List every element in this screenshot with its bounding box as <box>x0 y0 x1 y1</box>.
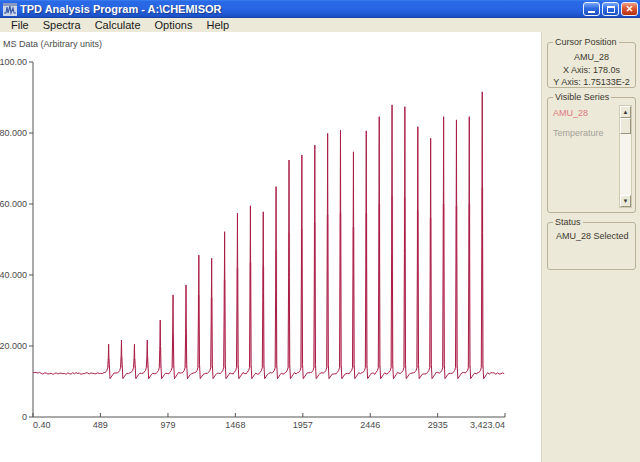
menu-item-options[interactable]: Options <box>148 19 200 31</box>
x-tick-label: 2446 <box>360 420 380 430</box>
y-tick-label: 100.00 <box>0 57 27 67</box>
chart-panel[interactable]: MS Data (Arbitrary units) 100.0080.00060… <box>0 32 541 462</box>
visible-series-title: Visible Series <box>553 92 611 102</box>
amu-28-series-line <box>33 92 504 379</box>
window-title: TPD Analysis Program - A:\CHEMISOR <box>20 3 583 15</box>
minimize-icon <box>588 11 595 13</box>
cursor-position-group: Cursor Position AMU_28 X Axis: 178.0s Y … <box>547 42 636 88</box>
menu-item-calculate[interactable]: Calculate <box>88 19 148 31</box>
cursor-position-title: Cursor Position <box>553 37 619 47</box>
cursor-x-value: X Axis: 178.0s <box>551 64 632 76</box>
menu-item-file[interactable]: File <box>4 19 36 31</box>
y-tick-label: 0 <box>22 412 27 422</box>
window-controls: ✕ <box>583 2 638 16</box>
app-icon <box>3 3 17 16</box>
series-scrollbar[interactable]: ▲ ▼ <box>619 105 632 208</box>
status-title: Status <box>553 217 583 227</box>
minimize-button[interactable] <box>583 2 600 16</box>
tpd-spectrum-chart[interactable]: 100.0080.00060.00040.00020.00000.4048997… <box>0 32 540 462</box>
close-button[interactable]: ✕ <box>621 2 638 16</box>
maximize-button[interactable] <box>602 2 619 16</box>
y-tick-label: 80.000 <box>0 128 27 138</box>
maximize-icon <box>607 6 615 13</box>
chart-axes <box>33 62 505 417</box>
close-icon: ✕ <box>626 5 634 14</box>
y-tick-label: 60.000 <box>0 199 27 209</box>
menu-item-spectra[interactable]: Spectra <box>36 19 88 31</box>
scrollbar-thumb[interactable] <box>620 118 631 134</box>
x-tick-label: 979 <box>160 420 175 430</box>
x-tick-label: 1957 <box>293 420 313 430</box>
main-area: MS Data (Arbitrary units) 100.0080.00060… <box>0 32 640 462</box>
scroll-up-button[interactable]: ▲ <box>620 106 631 118</box>
x-tick-label: 489 <box>93 420 108 430</box>
x-tick-label: 0.40 <box>33 420 51 430</box>
sidebar: Cursor Position AMU_28 X Axis: 178.0s Y … <box>541 32 640 462</box>
visible-series-group: Visible Series AMU_28Temperature ▲ ▼ <box>547 97 636 213</box>
cursor-y-value: Y Axis: 1.75133E-2 <box>551 76 632 88</box>
x-tick-label: 2935 <box>428 420 448 430</box>
x-tick-label: 1468 <box>225 420 245 430</box>
status-group: Status AMU_28 Selected <box>547 222 636 270</box>
title-bar[interactable]: TPD Analysis Program - A:\CHEMISOR ✕ <box>0 0 640 18</box>
menu-item-help[interactable]: Help <box>199 19 236 31</box>
status-text: AMU_28 Selected <box>556 231 632 241</box>
scroll-down-button[interactable]: ▼ <box>620 195 631 207</box>
cursor-series-label: AMU_28 <box>551 51 632 63</box>
y-tick-label: 40.000 <box>0 270 27 280</box>
app-window: TPD Analysis Program - A:\CHEMISOR ✕ Fil… <box>0 0 640 462</box>
y-tick-label: 20.000 <box>0 341 27 351</box>
menu-bar: FileSpectraCalculateOptionsHelp <box>0 18 640 32</box>
x-tick-label: 3,423.04 <box>470 420 505 430</box>
